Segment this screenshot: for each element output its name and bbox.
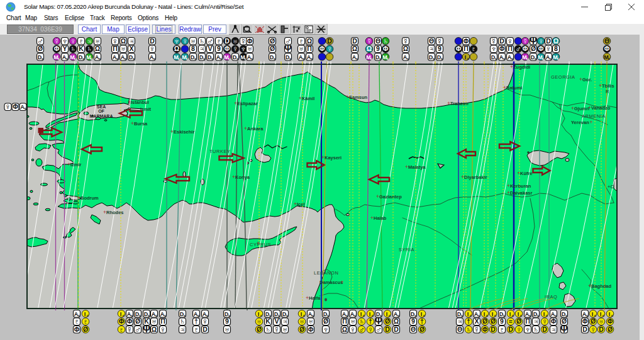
svg-text:Baghdad: Baghdad (591, 283, 612, 289)
svg-text:Rhodes: Rhodes (106, 210, 124, 215)
svg-text:Φ: Φ (608, 317, 613, 325)
svg-text:Θ: Θ (457, 326, 462, 333)
svg-text:♂: ♂ (375, 324, 382, 334)
svg-text:SEA: SEA (97, 105, 106, 109)
svg-text:Φ: Φ (604, 45, 610, 52)
svg-text:I: I (592, 311, 594, 317)
svg-text:Φ: Φ (225, 45, 230, 52)
svg-text:Ø: Ø (270, 37, 275, 45)
svg-text:Π: Π (307, 45, 312, 52)
svg-text:♀: ♀ (367, 325, 374, 334)
svg-text:♇: ♇ (470, 44, 477, 54)
svg-text:♀: ♀ (232, 44, 238, 54)
svg-text:I: I (518, 311, 519, 317)
svg-text:Π: Π (508, 45, 513, 52)
svg-text:Trabzon: Trabzon (450, 101, 469, 106)
svg-text:♀: ♀ (545, 43, 552, 54)
svg-text:I: I (467, 311, 469, 317)
svg-text:OF: OF (98, 109, 104, 113)
svg-text:9: 9 (376, 45, 380, 52)
svg-text:♅: ♅ (120, 43, 127, 54)
svg-text:Φ: Φ (54, 45, 60, 52)
svg-text:MARMARA: MARMARA (90, 114, 113, 118)
svg-text:Ω: Ω (352, 45, 357, 52)
svg-text:Θ: Θ (411, 326, 416, 333)
svg-text:Malatya: Malatya (408, 164, 426, 170)
svg-text:Ω: Ω (174, 45, 179, 52)
svg-text:Ø: Ø (531, 45, 536, 52)
svg-text:GEORGIA: GEORGIA (551, 74, 575, 80)
svg-text:SYRIA: SYRIA (399, 247, 414, 252)
svg-text:D: D (327, 37, 332, 45)
svg-text:Içel: Içel (297, 201, 305, 207)
svg-text:D: D (491, 326, 496, 333)
svg-text:CYPRUS: CYPRUS (250, 242, 271, 247)
svg-text:Υ: Υ (62, 45, 67, 52)
svg-text:Φ: Φ (13, 103, 18, 110)
svg-text:I: I (509, 311, 511, 317)
svg-text:I: I (465, 54, 467, 60)
svg-text:♆: ♆ (323, 324, 330, 334)
svg-text:8: 8 (554, 45, 558, 52)
svg-text:R: R (606, 89, 609, 94)
svg-text:Kâmil: Kâmil (302, 96, 314, 101)
svg-text:♀: ♀ (182, 37, 188, 46)
svg-text:Ψ: Ψ (143, 324, 150, 334)
svg-text:☿: ☿ (474, 324, 480, 334)
svg-text:D: D (499, 37, 504, 45)
svg-text:Ø: Ø (419, 326, 425, 333)
svg-text:Φ: Φ (319, 45, 325, 52)
svg-text:Bodrum: Bodrum (80, 195, 99, 201)
svg-text:Gjumri: Gjumri (574, 106, 589, 111)
svg-text:♆: ♆ (491, 43, 497, 54)
svg-text:♆: ♆ (240, 44, 247, 54)
svg-text:Φ: Φ (538, 45, 544, 52)
svg-text:Yerevan: Yerevan (571, 120, 589, 125)
svg-text:I: I (421, 311, 423, 317)
svg-text:V: V (208, 45, 212, 52)
svg-text:Φ: Φ (308, 326, 314, 333)
svg-text:♄: ♄ (265, 324, 272, 334)
svg-text:Eskisehir: Eskisehir (174, 129, 194, 135)
svg-text:Gor.: Gor. (582, 77, 592, 82)
svg-text:♅: ♅ (224, 324, 231, 334)
svg-text:Haifa: Haifa (309, 295, 321, 301)
svg-text:I: I (492, 311, 494, 317)
svg-text:D: D (385, 326, 390, 333)
svg-text:♆: ♆ (525, 324, 531, 334)
svg-text:I: I (386, 311, 388, 317)
svg-text:♇: ♇ (118, 325, 125, 334)
svg-text:Ø: Ø (83, 326, 88, 333)
svg-text:♇: ♇ (499, 324, 506, 334)
svg-text:X: X (129, 45, 133, 52)
svg-text:♀: ♀ (590, 325, 596, 334)
svg-text:Θ: Θ (604, 37, 609, 45)
svg-text:Π: Π (342, 317, 347, 325)
svg-text:Diyarbakir: Diyarbakir (464, 174, 487, 180)
svg-text:+: + (257, 240, 260, 246)
svg-text:Φ: Φ (119, 317, 125, 325)
svg-text:+: + (341, 279, 344, 285)
svg-text:Ω: Ω (394, 317, 399, 325)
svg-text:Damascus: Damascus (319, 280, 343, 285)
svg-text:♅: ♅ (247, 43, 253, 54)
svg-text:♂: ♂ (358, 325, 365, 334)
svg-text:Batumi: Batumi (506, 85, 522, 91)
svg-text:♃: ♃ (199, 43, 206, 54)
svg-text:Zugdidi: Zugdidi (513, 64, 530, 70)
svg-text:Kayseri: Kayseri (325, 155, 341, 161)
svg-text:Konya: Konya (235, 174, 250, 180)
svg-text:≈: ≈ (509, 317, 513, 325)
svg-text:D: D (203, 326, 208, 333)
svg-text:Θ: Θ (375, 37, 380, 45)
svg-text:Ø: Ø (257, 326, 262, 333)
svg-text:♃: ♃ (550, 324, 557, 334)
svg-text:♀: ♀ (4, 101, 11, 111)
svg-text:I: I (484, 311, 486, 317)
svg-text:Bursa: Bursa (134, 121, 148, 127)
svg-text:Φ: Φ (383, 45, 389, 52)
svg-text:D: D (582, 326, 587, 333)
svg-text:D: D (599, 326, 604, 333)
svg-text:D: D (508, 326, 513, 333)
svg-text:Ø: Ø (38, 45, 43, 52)
